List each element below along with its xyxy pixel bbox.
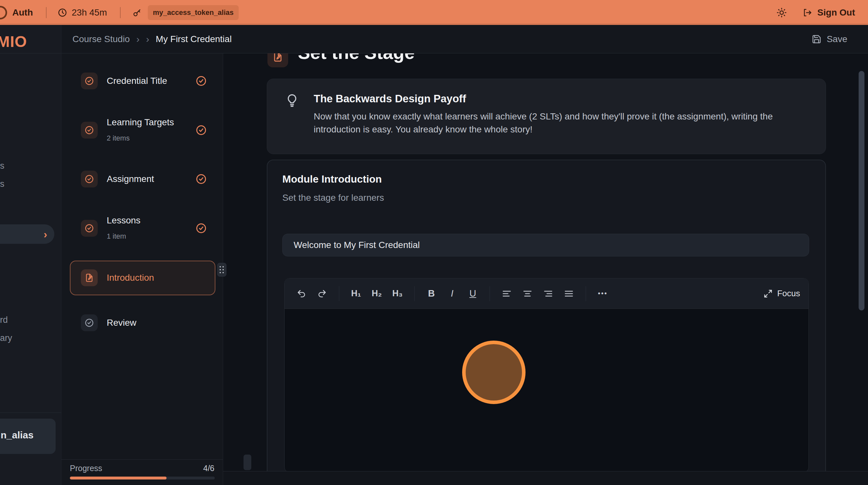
token-alias-card[interactable]: n_alias <box>0 419 56 454</box>
save-button[interactable]: Save <box>812 34 847 45</box>
sign-out-label: Sign Out <box>817 7 855 18</box>
align-right-button[interactable] <box>540 285 557 302</box>
step-label: Credential Title <box>107 76 167 86</box>
editor-content-area[interactable] <box>285 309 808 473</box>
heading-1-button[interactable]: H₁ <box>348 285 365 302</box>
step-label: Learning Targets <box>107 117 174 127</box>
divider <box>120 7 121 18</box>
step-label: Assignment <box>107 174 154 184</box>
session-time-remaining: 23h 45m <box>72 7 107 18</box>
top-session-bar: Auth 23h 45m my_access_token_alias Sign … <box>0 0 868 25</box>
sign-out-button[interactable]: Sign Out <box>802 7 855 18</box>
chevron-right-icon: › <box>136 34 140 45</box>
focus-label: Focus <box>777 288 800 298</box>
rich-text-editor[interactable]: H₁ H₂ H₃ B I U <box>284 278 809 473</box>
sidebar-item-cut-2[interactable]: s <box>0 179 4 189</box>
access-token-badge[interactable]: my_access_token_alias <box>148 5 239 20</box>
scroll-handle[interactable] <box>244 455 251 470</box>
breadcrumb: Course Studio › › My First Credential <box>61 34 231 45</box>
circle-check-icon <box>84 76 94 86</box>
module-introduction-card: Module Introduction Set the stage for le… <box>267 160 826 480</box>
align-justify-icon <box>564 289 574 298</box>
tip-card: The Backwards Design Payoff Now that you… <box>267 79 826 154</box>
sidebar-item-cut-3[interactable]: rd <box>0 315 8 325</box>
outer-sidebar: MIO s s › rd ary n_alias <box>0 25 61 485</box>
step-icon-tile <box>81 73 98 89</box>
bottom-strip <box>223 471 868 485</box>
course-steps-sidebar: Credential Title Learning Targets 2 item… <box>61 53 223 485</box>
undo-button[interactable] <box>293 285 310 302</box>
divider <box>46 7 46 18</box>
more-options-button[interactable]: ••• <box>594 285 611 302</box>
heading-3-button[interactable]: H₃ <box>389 285 406 302</box>
vertical-scrollbar-thumb[interactable] <box>859 71 864 311</box>
step-label: Review <box>107 318 136 328</box>
align-left-button[interactable] <box>498 285 515 302</box>
chevron-right-icon: › <box>44 228 47 240</box>
click-indicator-circle <box>462 341 526 404</box>
tip-title: The Backwards Design Payoff <box>314 93 466 105</box>
save-icon <box>812 34 822 44</box>
breadcrumb-course-studio[interactable]: Course Studio <box>72 34 130 45</box>
introduction-title-input[interactable] <box>282 234 809 256</box>
divider <box>61 459 223 460</box>
step-icon-tile <box>81 314 98 331</box>
step-complete-icon <box>195 75 207 87</box>
bold-button[interactable]: B <box>423 285 440 302</box>
section-title: Module Introduction <box>282 173 382 185</box>
undo-icon <box>297 289 306 298</box>
grip-dots-icon <box>220 266 224 274</box>
step-icon-tile <box>81 269 98 286</box>
progress-bar <box>70 477 215 480</box>
divider <box>490 286 490 301</box>
sidebar-item-cut-4[interactable]: ary <box>0 333 12 343</box>
step-complete-icon <box>195 222 207 234</box>
align-justify-button[interactable] <box>560 285 577 302</box>
step-label: Lessons <box>107 215 141 226</box>
lightbulb-icon <box>285 93 300 108</box>
key-icon <box>132 8 142 18</box>
step-icon-tile <box>81 220 98 237</box>
step-sublabel: 2 items <box>107 134 130 142</box>
step-sublabel: 1 item <box>107 232 126 240</box>
redo-button[interactable] <box>314 285 331 302</box>
file-pen-icon <box>272 53 283 62</box>
sidebar-active-item[interactable]: › <box>0 224 54 244</box>
focus-mode-button[interactable]: Focus <box>764 288 800 298</box>
theme-toggle-sun-icon[interactable] <box>776 7 787 18</box>
sidebar-item-cut-1[interactable]: s <box>0 161 4 171</box>
section-subtitle: Set the stage for learners <box>282 193 384 203</box>
divider <box>0 412 61 413</box>
circle-check-icon <box>84 125 94 135</box>
step-icon-tile <box>81 171 98 188</box>
divider <box>339 286 339 301</box>
token-alias-card-text: n_alias <box>1 430 34 440</box>
align-left-icon <box>502 289 512 298</box>
progress-bar-fill <box>70 477 166 480</box>
auth-label: Auth <box>12 7 33 18</box>
main-content: Set the Stage The Backwards Design Payof… <box>223 53 868 485</box>
page-title-icon-tile <box>268 53 288 67</box>
step-drag-handle[interactable] <box>217 263 226 277</box>
chevron-right-icon: › <box>146 34 149 45</box>
align-center-icon <box>523 289 532 298</box>
page-header: Course Studio › › My First Credential Sa… <box>61 25 868 53</box>
step-icon-tile <box>81 122 98 139</box>
italic-button[interactable]: I <box>444 285 461 302</box>
circle-check-icon <box>84 318 94 327</box>
editor-toolbar: H₁ H₂ H₃ B I U <box>285 279 808 309</box>
underline-button[interactable]: U <box>464 285 481 302</box>
divider <box>586 286 586 301</box>
divider <box>414 286 414 301</box>
heading-2-button[interactable]: H₂ <box>368 285 385 302</box>
save-label: Save <box>827 34 847 45</box>
align-right-icon <box>543 289 553 298</box>
align-center-button[interactable] <box>519 285 536 302</box>
circle-check-icon <box>84 223 94 233</box>
page-title: Set the Stage <box>298 53 414 63</box>
circle-check-icon <box>84 174 94 184</box>
brand-logo-icon <box>0 6 7 20</box>
step-complete-icon <box>195 173 207 185</box>
tip-body: Now that you know exactly what learners … <box>314 110 813 136</box>
step-label: Introduction <box>107 273 154 283</box>
